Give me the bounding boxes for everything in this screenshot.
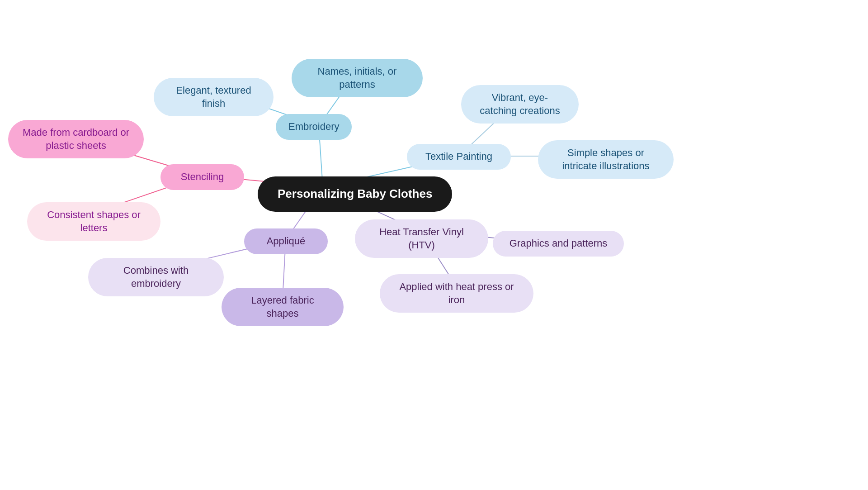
- made-from-node: Made from cardboard or plastic sheets: [8, 120, 144, 158]
- elegant-finish-node: Elegant, textured finish: [154, 78, 274, 116]
- center-node: Personalizing Baby Clothes: [258, 176, 452, 212]
- consistent-shapes-node: Consistent shapes or letters: [27, 202, 160, 241]
- stenciling-node: Stenciling: [160, 164, 244, 190]
- graphics-patterns-node: Graphics and patterns: [493, 231, 624, 257]
- textile-painting-node: Textile Painting: [407, 144, 511, 170]
- htv-node: Heat Transfer Vinyl (HTV): [355, 219, 488, 258]
- vibrant-node: Vibrant, eye-catching creations: [461, 85, 579, 124]
- simple-shapes-node: Simple shapes or intricate illustrations: [538, 140, 674, 179]
- applied-heat-node: Applied with heat press or iron: [380, 274, 533, 313]
- names-initials-node: Names, initials, or patterns: [292, 59, 423, 97]
- applique-node: Appliqué: [244, 228, 328, 254]
- embroidery-node: Embroidery: [276, 114, 352, 140]
- combines-node: Combines with embroidery: [88, 258, 224, 296]
- layered-fabric-node: Layered fabric shapes: [222, 288, 344, 326]
